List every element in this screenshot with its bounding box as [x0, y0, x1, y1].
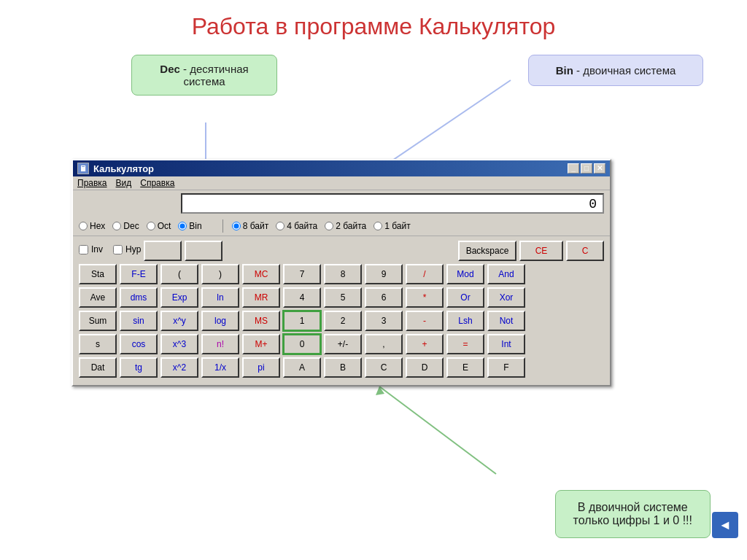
byte-size-group: 8 байт 4 байта 2 байта 1 байт: [232, 221, 411, 231]
binary-note-line1: В двоичной системе: [573, 501, 692, 514]
plusminus-button[interactable]: +/-: [324, 334, 362, 354]
menu-help[interactable]: Справка: [140, 178, 174, 188]
sin-button[interactable]: sin: [120, 311, 158, 331]
btn-e[interactable]: E: [446, 357, 484, 378]
div-button[interactable]: /: [406, 264, 444, 284]
page-title: Работа в программе Калькулятор: [0, 0, 747, 47]
menu-edit[interactable]: Правка: [77, 178, 107, 188]
xpow3-button[interactable]: x^3: [160, 334, 198, 354]
bin-desc: - двоичная система: [573, 64, 676, 77]
dec-callout: Dec - десятичная система: [131, 55, 277, 96]
minimize-button[interactable]: _: [568, 163, 579, 174]
lparen-button[interactable]: (: [160, 264, 198, 284]
xpowy-button[interactable]: x^y: [160, 311, 198, 331]
pi-button[interactable]: pi: [242, 357, 280, 378]
xor-button[interactable]: Xor: [487, 287, 525, 308]
log-button[interactable]: log: [201, 311, 239, 331]
btn-9[interactable]: 9: [365, 264, 403, 284]
exp-button[interactable]: Exp: [160, 287, 198, 308]
radio-1byte[interactable]: 1 байт: [374, 221, 410, 231]
dat-button[interactable]: Dat: [79, 357, 117, 378]
window-title: Калькулятор: [93, 163, 154, 174]
radio-oct[interactable]: Oct: [147, 221, 171, 231]
c-button[interactable]: C: [566, 241, 604, 261]
btn-c[interactable]: C: [365, 357, 403, 378]
calculator-window: 🖩 Калькулятор _ □ ✕ Правка Вид Справка 0…: [71, 159, 611, 386]
binary-note-callout: В двоичной системе только цифры 1 и 0 !!…: [555, 490, 711, 538]
btn-3[interactable]: 3: [365, 311, 403, 331]
sub-button[interactable]: -: [406, 311, 444, 331]
rparen-button[interactable]: ): [201, 264, 239, 284]
btn-6[interactable]: 6: [365, 287, 403, 308]
bin-callout: Bin - двоичная система: [528, 55, 703, 86]
calc-body: Inv Hyp Backspace CE C Sta F-E ( ) MC 7 …: [73, 236, 610, 385]
lsh-button[interactable]: Lsh: [446, 311, 484, 331]
inv-checkbox[interactable]: [79, 245, 88, 254]
menu-view[interactable]: Вид: [116, 178, 132, 188]
mod-button[interactable]: Mod: [446, 264, 484, 284]
row-sta: Sta F-E ( ) MC 7 8 9 / Mod And: [79, 264, 604, 284]
menu-bar: Правка Вид Справка: [73, 176, 610, 190]
row-dat: Dat tg x^2 1/x pi A B C D E F: [79, 357, 604, 378]
radio-bin[interactable]: Bin: [178, 221, 201, 231]
number-system-group: Hex Dec Oct Bin: [79, 221, 202, 231]
equals-button[interactable]: =: [446, 334, 484, 354]
tg-button[interactable]: tg: [120, 357, 158, 378]
mul-button[interactable]: *: [406, 287, 444, 308]
btn-4[interactable]: 4: [283, 287, 321, 308]
close-button[interactable]: ✕: [594, 163, 605, 174]
app-icon: 🖩: [77, 163, 89, 174]
radio-dec[interactable]: Dec: [112, 221, 139, 231]
btn-1[interactable]: 1: [283, 311, 321, 331]
factorial-button[interactable]: n!: [201, 334, 239, 354]
mr-button[interactable]: MR: [242, 287, 280, 308]
hyp-checkbox[interactable]: [113, 245, 123, 254]
fe-button[interactable]: F-E: [120, 264, 158, 284]
reciprocal-button[interactable]: 1/x: [201, 357, 239, 378]
row-ave: Ave dms Exp ln MR 4 5 6 * Or Xor: [79, 287, 604, 308]
add-button[interactable]: +: [406, 334, 444, 354]
mplus-button[interactable]: M+: [242, 334, 280, 354]
hyp-checkbox-label[interactable]: Hyp: [113, 244, 141, 254]
or-button[interactable]: Or: [446, 287, 484, 308]
xpow2-button[interactable]: x^2: [160, 357, 198, 378]
btn-2[interactable]: 2: [324, 311, 362, 331]
btn-f[interactable]: F: [487, 357, 525, 378]
btn-7[interactable]: 7: [283, 264, 321, 284]
radio-8byte[interactable]: 8 байт: [232, 221, 268, 231]
btn-b[interactable]: B: [324, 357, 362, 378]
ln-button[interactable]: ln: [201, 287, 239, 308]
ave-button[interactable]: Ave: [79, 287, 117, 308]
not-button[interactable]: Not: [487, 311, 525, 331]
ce-button[interactable]: CE: [519, 241, 563, 261]
ms-button[interactable]: MS: [242, 311, 280, 331]
s-button[interactable]: s: [79, 334, 117, 354]
radio-4byte[interactable]: 4 байта: [276, 221, 317, 231]
mc-button[interactable]: MC: [242, 264, 280, 284]
btn-5[interactable]: 5: [324, 287, 362, 308]
maximize-button[interactable]: □: [581, 163, 592, 174]
row-s: s cos x^3 n! M+ 0 +/- , + = Int: [79, 334, 604, 354]
and-button[interactable]: And: [487, 264, 525, 284]
backspace-button[interactable]: Backspace: [458, 241, 516, 261]
nav-back-button[interactable]: ◄: [712, 512, 738, 538]
sum-button[interactable]: Sum: [79, 311, 117, 331]
display-area: 0: [73, 190, 610, 217]
dms-button[interactable]: dms: [120, 287, 158, 308]
btn-d[interactable]: D: [406, 357, 444, 378]
btn-8[interactable]: 8: [324, 264, 362, 284]
display-box: 0: [181, 193, 604, 214]
checkbox-row: Inv Hyp Backspace CE C: [79, 241, 604, 261]
blank-btn-2: [185, 241, 222, 261]
int-button[interactable]: Int: [487, 334, 525, 354]
radio-hex[interactable]: Hex: [79, 221, 105, 231]
btn-a[interactable]: A: [283, 357, 321, 378]
comma-button[interactable]: ,: [365, 334, 403, 354]
cos-button[interactable]: cos: [120, 334, 158, 354]
dec-desc: - десятичная система: [180, 63, 249, 88]
svg-line-4: [379, 386, 496, 474]
radio-2byte[interactable]: 2 байта: [325, 221, 366, 231]
sta-button[interactable]: Sta: [79, 264, 117, 284]
inv-checkbox-label[interactable]: Inv: [79, 244, 103, 254]
btn-0[interactable]: 0: [283, 334, 321, 354]
